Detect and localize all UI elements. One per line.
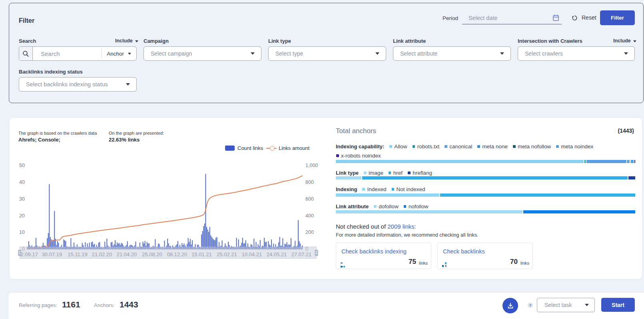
- svg-text:200: 200: [305, 229, 314, 235]
- svg-text:30: 30: [19, 196, 25, 202]
- svg-text:1,000: 1,000: [305, 163, 318, 168]
- svg-text:20: 20: [19, 213, 25, 219]
- svg-text:800: 800: [305, 179, 314, 185]
- svg-text:600: 600: [305, 196, 314, 202]
- svg-text:40: 40: [19, 179, 25, 185]
- svg-text:10: 10: [19, 229, 25, 235]
- svg-text:400: 400: [305, 213, 314, 219]
- svg-text:50: 50: [19, 163, 25, 168]
